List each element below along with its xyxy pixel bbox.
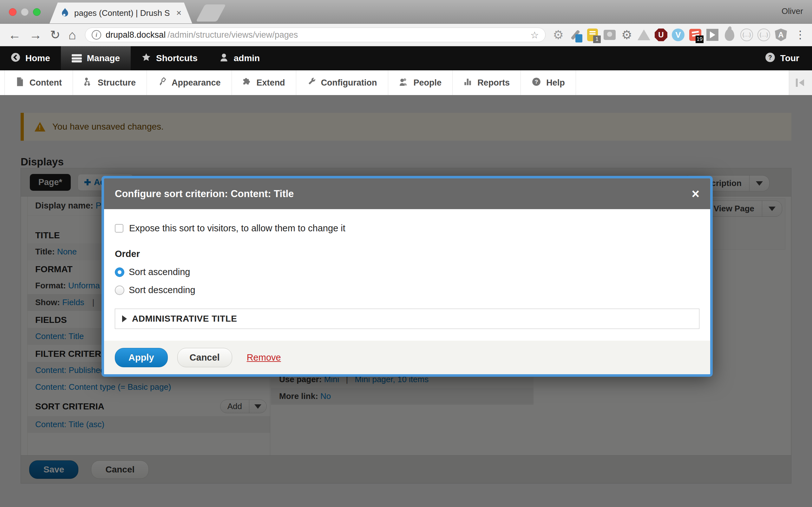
new-tab-button[interactable]	[196, 4, 226, 21]
sort-descending-label: Sort descending	[129, 285, 195, 295]
modal-header[interactable]: Configure sort criterion: Content: Title…	[104, 178, 710, 209]
browser-profile-name[interactable]: Oliver	[781, 6, 803, 16]
browser-tab[interactable]: pages (Content) | Drush Site-In ×	[49, 3, 192, 23]
back-icon[interactable]: ←	[8, 29, 21, 41]
menu-item-structure[interactable]: Structure	[73, 70, 147, 95]
drupal-favicon-icon	[60, 8, 70, 18]
toolbar-tour-label: Tour	[780, 53, 799, 63]
camera-extension-icon[interactable]	[603, 28, 617, 42]
apply-button[interactable]: Apply	[115, 348, 168, 367]
sort-ascending-option[interactable]: Sort ascending	[115, 267, 699, 277]
angular-extension-icon[interactable]: A	[774, 28, 788, 42]
sort-descending-radio[interactable]	[115, 285, 124, 295]
sitemap-icon	[84, 77, 93, 89]
video-player-extension-icon[interactable]	[705, 28, 719, 42]
sort-descending-option[interactable]: Sort descending	[115, 285, 699, 295]
notes-badge: 1	[593, 36, 601, 43]
window-minimize-button[interactable]	[21, 8, 29, 16]
toolbar-home[interactable]: Home	[0, 46, 61, 70]
toolbar-tour[interactable]: ? Tour	[752, 46, 812, 70]
modal-body: Expose this sort to visitors, to allow t…	[104, 209, 710, 329]
back-to-site-icon	[11, 53, 20, 64]
home-icon[interactable]: ⌂	[68, 29, 76, 41]
reload-icon[interactable]: ↻	[50, 29, 60, 41]
administrative-title-label: ADMINISTRATIVE TITLE	[132, 314, 237, 324]
tab-title: pages (Content) | Drush Site-In	[74, 8, 169, 18]
drupal-extension-icon[interactable]	[722, 28, 737, 42]
drive-extension-icon[interactable]	[637, 28, 651, 42]
toolbar-shortcuts-label: Shortcuts	[156, 53, 198, 63]
expand-triangle-icon	[122, 315, 127, 322]
toolbar-shortcuts[interactable]: Shortcuts	[131, 46, 208, 70]
paintbrush-icon	[158, 77, 166, 89]
window-close-button[interactable]	[9, 8, 16, 16]
toolbar-collapse-button[interactable]	[789, 70, 812, 95]
expose-sort-label: Expose this sort to visitors, to allow t…	[129, 223, 345, 233]
star-icon	[142, 53, 151, 64]
drupal-admin-toolbar: Home Manage Shortcuts admin ? Tour	[0, 46, 812, 70]
hamburger-icon	[72, 54, 82, 62]
administrative-title-fieldset[interactable]: ADMINISTRATIVE TITLE	[115, 308, 699, 329]
close-icon[interactable]: ×	[692, 187, 699, 201]
json-viewer-extension-icon[interactable]: {…}	[740, 28, 754, 42]
browser-tab-strip: pages (Content) | Drush Site-In × Oliver	[0, 0, 812, 24]
tasks-extension-icon[interactable]: 19	[688, 28, 702, 42]
browser-toolbar: ← → ↻ ⌂ i drupal8.docksal/admin/structur…	[0, 24, 812, 46]
menu-item-extend[interactable]: Extend	[232, 70, 296, 95]
modal-title: Configure sort criterion: Content: Title	[115, 188, 294, 200]
help-circle-icon: ?	[531, 77, 541, 89]
people-icon	[399, 77, 409, 89]
wrench-icon	[307, 77, 316, 89]
puzzle-icon	[243, 77, 252, 89]
tab-close-icon[interactable]: ×	[176, 8, 182, 18]
url-path: /admin/structure/views/view/pages	[167, 30, 298, 40]
toolbar-manage-label: Manage	[87, 53, 120, 63]
menu-item-help[interactable]: ? Help	[521, 70, 576, 95]
sort-ascending-label: Sort ascending	[129, 267, 190, 277]
window-controls	[9, 8, 41, 16]
url-host: drupal8.docksal	[106, 30, 165, 40]
menu-item-reports[interactable]: Reports	[453, 70, 521, 95]
modal-footer: Apply Cancel Remove	[104, 341, 710, 374]
drupal-menu-bar: Content Structure Appearance Extend Conf…	[0, 70, 812, 95]
color-picker-extension-icon[interactable]	[568, 28, 582, 42]
sort-ascending-radio[interactable]	[115, 268, 124, 277]
toolbar-user[interactable]: admin	[208, 46, 270, 70]
bar-chart-icon	[463, 77, 472, 89]
toolbar-home-label: Home	[26, 53, 50, 63]
page-info-icon[interactable]: i	[92, 30, 101, 40]
json-viewer2-extension-icon[interactable]: {…}	[757, 28, 771, 42]
svg-text:?: ?	[768, 54, 772, 60]
vimeo-extension-icon[interactable]: V	[671, 28, 685, 42]
collapse-left-icon	[795, 78, 806, 87]
toolbar-manage[interactable]: Manage	[61, 46, 131, 70]
browser-menu-icon[interactable]: ⋮	[791, 28, 805, 42]
tasks-badge: 19	[696, 36, 704, 43]
window-zoom-button[interactable]	[33, 8, 41, 16]
question-circle-icon: ?	[765, 52, 775, 65]
notes-extension-icon[interactable]: 1	[586, 28, 600, 42]
settings-gear-extension-icon[interactable]: ⚙	[620, 28, 634, 42]
url-bar[interactable]: i drupal8.docksal/admin/structure/views/…	[85, 27, 546, 42]
svg-text:?: ?	[535, 78, 538, 85]
menu-item-people[interactable]: People	[388, 70, 453, 95]
remove-link[interactable]: Remove	[247, 352, 281, 363]
order-label: Order	[115, 249, 699, 259]
extension-row: ⚙ 1 ⚙ U V 19 {…} {…} A ⋮	[551, 28, 805, 42]
menu-item-appearance[interactable]: Appearance	[147, 70, 232, 95]
ublock-extension-icon[interactable]: U	[654, 28, 668, 42]
document-icon	[15, 77, 24, 89]
bookmark-star-icon[interactable]: ☆	[530, 30, 539, 41]
expose-sort-checkbox[interactable]	[115, 224, 123, 233]
expose-sort-option[interactable]: Expose this sort to visitors, to allow t…	[115, 223, 699, 233]
menu-item-content[interactable]: Content	[4, 70, 73, 95]
configure-sort-modal: Configure sort criterion: Content: Title…	[101, 176, 713, 377]
user-icon	[219, 53, 229, 64]
toolbar-user-label: admin	[234, 53, 260, 63]
cancel-button[interactable]: Cancel	[177, 348, 232, 367]
forward-icon[interactable]: →	[29, 29, 42, 41]
gear-extension-icon[interactable]: ⚙	[551, 28, 565, 42]
menu-item-configuration[interactable]: Configuration	[296, 70, 388, 95]
